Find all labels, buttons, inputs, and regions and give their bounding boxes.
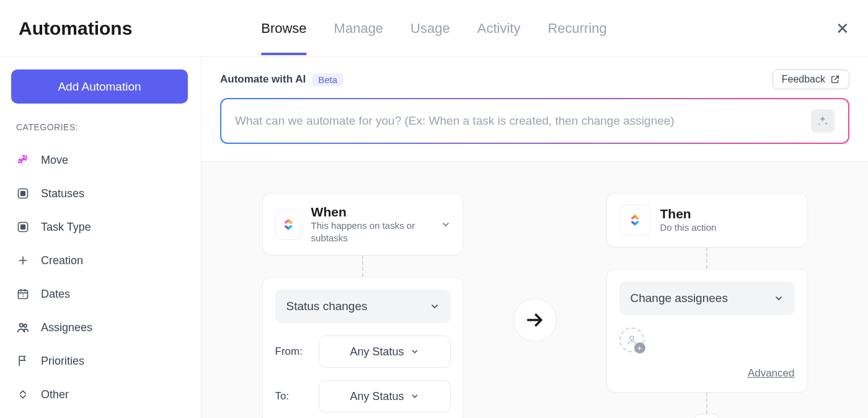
clickup-logo-icon [619,205,650,236]
clickup-logo-icon [275,209,301,240]
advanced-link[interactable]: Advanced [619,367,795,380]
to-label: To: [275,390,310,402]
tab-recurring[interactable]: Recurring [547,2,606,55]
sidebar-item-label: Assignees [41,321,92,334]
trigger-value: Status changes [286,300,368,313]
chevron-down-icon [774,293,784,303]
sidebar-item-label: Creation [41,254,83,267]
then-column: Then Do this action Change assignees + [606,193,808,418]
when-subtitle: This happens on tasks or subtasks [311,220,431,244]
creation-icon [16,254,30,267]
sidebar-item-statuses[interactable]: Statuses [11,177,190,210]
task-type-icon [16,220,30,234]
sidebar-item-creation[interactable]: Creation [11,244,190,277]
ai-bar: Automate with AI Beta Feedback [202,57,868,162]
sidebar-item-task-type[interactable]: Task Type [11,210,190,244]
header: Automations Browse Manage Usage Activity… [0,0,868,57]
sidebar-item-label: Other [41,388,69,401]
to-status-value: Any Status [350,390,404,403]
from-label: From: [275,345,310,358]
assignees-icon [16,321,30,334]
sidebar-item-priorities[interactable]: Priorities [11,344,190,378]
feedback-label: Feedback [782,74,825,85]
sidebar: Add Automation CATEGORIES: Move Statuses… [0,57,202,418]
svg-rect-3 [21,225,25,229]
then-title: Then [660,207,717,221]
sidebar-item-dates[interactable]: 1 Dates [11,277,190,311]
tab-browse[interactable]: Browse [261,2,306,55]
add-action-button[interactable]: + [694,414,719,418]
statuses-icon [16,187,30,200]
ai-label: Automate with AI [220,73,306,86]
from-status-select[interactable]: Any Status [319,336,451,368]
plus-icon: + [634,342,645,354]
sidebar-item-label: Task Type [41,221,91,234]
close-icon[interactable]: ✕ [836,20,849,37]
categories-label: CATEGORIES: [11,122,190,132]
action-select[interactable]: Change assignees [619,282,795,315]
then-header-card[interactable]: Then Do this action [606,193,808,247]
when-title: When [311,205,431,220]
when-column: When This happens on tasks or subtasks S… [262,193,464,418]
sidebar-item-other[interactable]: Other [11,378,190,411]
tab-activity[interactable]: Activity [477,2,521,55]
sidebar-item-label: Move [41,154,68,167]
svg-point-6 [20,324,24,327]
sidebar-item-assignees[interactable]: Assignees [11,311,190,344]
ai-submit-button[interactable] [811,109,835,133]
from-status-value: Any Status [350,345,404,358]
tab-manage[interactable]: Manage [334,2,384,55]
main: Automate with AI Beta Feedback [202,57,868,418]
chevron-down-icon [410,392,419,401]
connector-line [706,247,707,269]
beta-badge: Beta [312,73,343,86]
svg-text:1: 1 [22,293,24,298]
connector-line [362,256,363,277]
priorities-icon [16,354,30,368]
ai-input-wrap [220,98,849,144]
add-automation-button[interactable]: Add Automation [11,69,188,104]
to-status-select[interactable]: Any Status [319,380,451,412]
sidebar-item-label: Statuses [41,187,84,200]
svg-rect-1 [21,192,25,196]
then-subtitle: Do this action [660,221,717,234]
then-config-card: Change assignees + Advanced [606,269,808,393]
chevron-down-icon [441,220,451,229]
action-value: Change assignees [631,291,728,305]
svg-point-8 [630,336,634,340]
sidebar-item-move[interactable]: Move [11,143,190,177]
dates-icon: 1 [16,287,30,301]
trigger-select[interactable]: Status changes [275,290,451,323]
tabs: Browse Manage Usage Activity Recurring [261,2,607,55]
automation-canvas: When This happens on tasks or subtasks S… [202,162,868,418]
ai-prompt-input[interactable] [235,114,811,128]
connector-line [706,393,707,414]
tab-usage[interactable]: Usage [410,2,450,55]
move-icon [16,153,30,167]
external-link-icon [830,74,840,84]
chevron-down-icon [410,347,419,356]
page-title: Automations [19,18,132,39]
sidebar-item-label: Priorities [41,355,84,368]
svg-point-7 [24,324,27,327]
chevron-down-icon [430,301,440,311]
other-icon [16,388,30,401]
add-assignee-button[interactable]: + [619,327,644,352]
sidebar-item-label: Dates [41,288,70,301]
when-config-card: Status changes From: Any Status [262,277,464,418]
feedback-button[interactable]: Feedback [773,69,849,89]
flow-arrow-icon [513,298,557,342]
when-header-card[interactable]: When This happens on tasks or subtasks [262,193,464,256]
